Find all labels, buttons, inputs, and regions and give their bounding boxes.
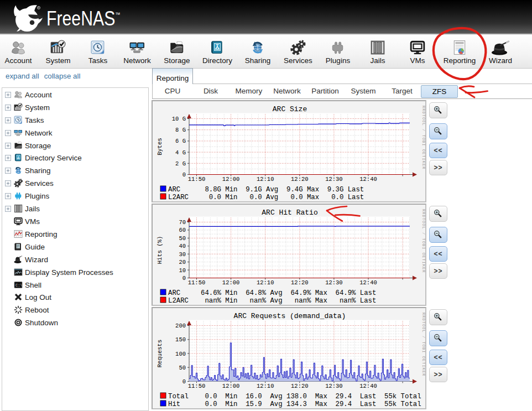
svg-text:50: 50 (179, 365, 186, 371)
svg-text:60: 60 (179, 227, 186, 233)
svg-text:6 G: 6 G (175, 138, 186, 144)
svg-text:Hits (%): Hits (%) (157, 236, 163, 264)
svg-text:Requests: Requests (157, 340, 163, 367)
svg-text:12:00: 12:00 (222, 279, 240, 286)
svg-text:70: 70 (179, 219, 186, 226)
svg-text:0: 0 (182, 171, 186, 178)
svg-text:0: 0 (182, 275, 186, 282)
svg-text:12:20: 12:20 (291, 279, 309, 286)
svg-text:12:40: 12:40 (359, 279, 377, 286)
svg-text:50: 50 (179, 235, 186, 242)
svg-text:12:00: 12:00 (222, 383, 240, 389)
svg-text:12:00: 12:00 (222, 176, 240, 183)
svg-text:30: 30 (179, 251, 186, 258)
svg-text:20: 20 (179, 259, 186, 266)
svg-text:8 G: 8 G (175, 127, 186, 133)
svg-text:40: 40 (179, 243, 186, 249)
svg-text:12:30: 12:30 (325, 279, 343, 286)
svg-text:ARC Hit Ratio: ARC Hit Ratio (262, 209, 317, 217)
svg-text:C:\: C:\ (15, 283, 23, 288)
svg-text:Total 0.0 Min 16.0 Avg 1: Total 0.0 Min 16.0 Avg 138.0 Max 29.4 La… (168, 393, 421, 400)
svg-text:11:50: 11:50 (188, 383, 206, 389)
svg-text:10: 10 (179, 267, 186, 274)
svg-text:12:10: 12:10 (257, 383, 274, 389)
svg-text:12:30: 12:30 (325, 383, 343, 389)
svg-text:11:50: 11:50 (188, 176, 206, 183)
svg-text:4 G: 4 G (175, 149, 186, 156)
svg-text:12:10: 12:10 (257, 176, 274, 183)
svg-text:12:30: 12:30 (325, 176, 343, 183)
svg-text:12:20: 12:20 (291, 383, 309, 389)
svg-text:Bytes: Bytes (157, 138, 163, 155)
svg-text:RRDTOOL / TOBI OETIKER: RRDTOOL / TOBI OETIKER (421, 313, 425, 377)
svg-text:0: 0 (182, 378, 186, 385)
svg-text:12:20: 12:20 (291, 176, 309, 183)
svg-text:100: 100 (175, 351, 186, 357)
svg-text:12:40: 12:40 (359, 176, 377, 183)
svg-text:ARC 8.8G Min 9.1G Avg 9: ARC 8.8G Min 9.1G Avg 9.4G Max 9.3G Last (168, 186, 364, 194)
svg-text:12:40: 12:40 (359, 383, 377, 389)
svg-text:12:10: 12:10 (257, 279, 274, 286)
svg-text:Hit 0.0 Min 15.9 Avg 1: Hit 0.0 Min 15.9 Avg 134.3 Max 29.4 Last… (168, 400, 421, 408)
svg-text:ARC Size: ARC Size (273, 105, 307, 113)
svg-text:ARC 64.6% Min 64.8% Avg: ARC 64.6% Min 64.8% Avg 64.9% Max 64.9% … (168, 289, 376, 297)
svg-text:200: 200 (175, 322, 186, 329)
svg-text:150: 150 (175, 336, 186, 343)
svg-text:L2ARC 0.0 Min 0.0 Avg: L2ARC 0.0 Min 0.0 Avg 0.0 Max 0.0 Last (168, 194, 364, 201)
svg-text:2 G: 2 G (175, 160, 186, 167)
svg-text:10 G: 10 G (172, 116, 186, 122)
svg-text:11:50: 11:50 (188, 279, 206, 286)
svg-text:ARC Requests (demand_data): ARC Requests (demand_data) (234, 312, 346, 320)
svg-text:RRDTOOL / TOBI OETIKER: RRDTOOL / TOBI OETIKER (421, 106, 425, 170)
svg-text:RRDTOOL / TOBI OETIKER: RRDTOOL / TOBI OETIKER (421, 209, 425, 273)
svg-text:L2ARC nan% Min nan% Avg: L2ARC nan% Min nan% Avg nan% Max nan% La… (168, 297, 376, 305)
